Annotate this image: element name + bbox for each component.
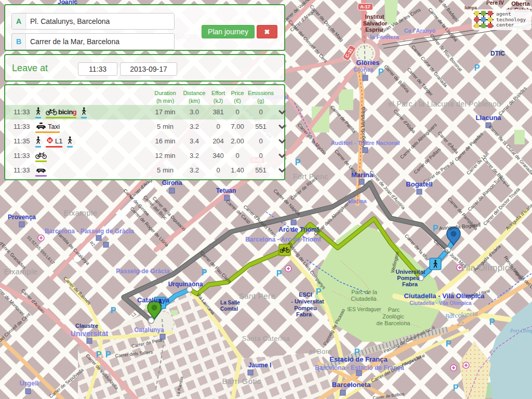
metro-station-icon <box>96 235 101 241</box>
metro-station-icon <box>224 195 230 201</box>
atc-grid-icon <box>474 11 494 29</box>
origin-input[interactable] <box>26 14 174 29</box>
expand-route-button[interactable] <box>275 139 289 144</box>
effort-value: 204 <box>208 137 229 145</box>
price-value: 2.00 <box>229 137 246 145</box>
metro-station-icon <box>359 179 364 184</box>
price-value: 7.00 <box>229 123 246 130</box>
metro-station-icon <box>356 370 362 376</box>
journey-planner-app: M Carrer de ValènciaCarrer d'AragóCarrer… <box>0 0 532 399</box>
metro-station-icon <box>340 390 345 395</box>
price-value: 0 <box>229 108 246 116</box>
duration-value: 12 min <box>150 152 181 159</box>
expand-route-button[interactable] <box>275 124 289 129</box>
departure-date-input[interactable] <box>120 62 177 76</box>
car-mode-segment <box>35 166 47 177</box>
route-option-row[interactable]: 11:33Taxi5 min3.207.00551 <box>5 119 284 134</box>
journey-form-panel: A B Plan journey ✖ <box>4 4 285 51</box>
emissions-value: 0 <box>246 108 275 116</box>
hospital-icon <box>285 265 291 272</box>
effort-value: 381 <box>208 108 229 116</box>
expand-route-button[interactable] <box>275 168 289 173</box>
metro-station-icon <box>169 188 175 193</box>
walk-mode-segment <box>35 107 41 118</box>
metro-station-icon <box>363 75 368 81</box>
column-header: Emissions(g) <box>246 89 275 105</box>
chevron-down-icon <box>278 153 286 158</box>
effort-value: 0 <box>208 166 229 174</box>
park-area <box>514 130 525 144</box>
bike-icon <box>46 108 57 115</box>
departure-time: 11:33 <box>14 123 35 130</box>
agent-technology-center-logo: agent technology center <box>472 9 531 30</box>
emissions-value: 0 <box>246 152 275 159</box>
mode-sequence <box>35 150 150 162</box>
mode-label: L1 <box>55 138 62 144</box>
column-header: Distance(km) <box>181 89 208 105</box>
walk-icon <box>35 136 41 144</box>
effort-value: 0 <box>208 123 229 130</box>
results-rows: 11:33bicing17 min3.03810011:33Taxi5 min3… <box>5 105 284 178</box>
mode-sequence: bicing <box>35 106 150 118</box>
metro-station-icon <box>248 370 253 375</box>
plan-journey-button[interactable]: Plan journey <box>202 25 255 38</box>
road <box>364 0 364 39</box>
chevron-down-icon <box>278 139 286 144</box>
emissions-value: 551 <box>246 166 275 174</box>
mode-label: Taxi <box>48 123 60 130</box>
walk-icon <box>81 107 87 115</box>
mode-sequence: L1 <box>35 135 150 148</box>
results-panel: Duration(h min)Distance(km)Effort(kJ)Pri… <box>4 84 285 180</box>
taxi-mode-segment: Taxi <box>35 122 60 133</box>
expand-route-button[interactable] <box>275 153 289 158</box>
chevron-down-icon <box>278 124 286 129</box>
expand-route-button[interactable] <box>275 110 289 115</box>
destination-marker-label: B <box>12 34 26 49</box>
walk-mode-segment <box>67 136 73 148</box>
metro-icon <box>46 136 54 144</box>
departure-time-input[interactable] <box>78 62 117 76</box>
park-area <box>171 310 178 315</box>
mode-sequence <box>35 164 150 177</box>
metro-station-icon <box>291 220 296 225</box>
bicing-logo: bicing <box>58 109 76 115</box>
distance-value: 3.2 <box>181 166 208 174</box>
route-option-row[interactable]: 11:3312 min3.234000 <box>5 149 284 163</box>
route-waypoint-dot <box>149 318 154 324</box>
duration-value: 16 min <box>150 137 181 145</box>
effort-value: 340 <box>208 152 229 159</box>
chevron-down-icon <box>278 168 286 173</box>
atc-logo-text: agent technology center <box>496 11 526 28</box>
close-panel-button[interactable]: ✖ <box>257 25 277 38</box>
distance-value: 3.0 <box>181 108 208 116</box>
route-option-row[interactable]: 11:35L116 min3.42042.000 <box>5 134 284 149</box>
metro-station-icon <box>417 189 422 194</box>
mode-sequence: Taxi <box>35 121 150 133</box>
distance-value: 3.2 <box>181 152 208 159</box>
column-header: Effort(kJ) <box>208 89 229 105</box>
route-option-row[interactable]: 11:335 min3.201.40551 <box>5 163 284 178</box>
column-header: Price(€) <box>229 89 246 105</box>
route-option-row[interactable]: 11:33bicing17 min3.038100 <box>5 105 284 119</box>
departure-time: 11:33 <box>14 166 35 174</box>
bike-icon <box>35 152 47 159</box>
departure-time: 11:33 <box>14 108 35 116</box>
metro-station-icon <box>103 242 109 247</box>
metro-mode-segment: L1 <box>46 136 62 148</box>
duration-value: 17 min <box>150 108 181 116</box>
bike-mode-segment: bicing <box>46 108 76 118</box>
bike-mode-segment <box>35 152 47 162</box>
leave-at-panel: Leave at <box>4 54 285 82</box>
walk-mode-segment <box>35 136 41 148</box>
route-waypoint-dot <box>187 287 193 292</box>
origin-field-group: A <box>11 13 175 30</box>
destination-field-group: B <box>11 33 175 50</box>
metro-station-icon <box>19 222 24 227</box>
hospital-icon <box>38 235 44 241</box>
hospital-icon <box>457 264 463 271</box>
emissions-value: 0 <box>246 137 275 145</box>
walk-mode-segment <box>81 107 87 118</box>
park-area <box>339 89 353 110</box>
metro-station-icon <box>25 389 31 394</box>
destination-input[interactable] <box>26 34 174 49</box>
